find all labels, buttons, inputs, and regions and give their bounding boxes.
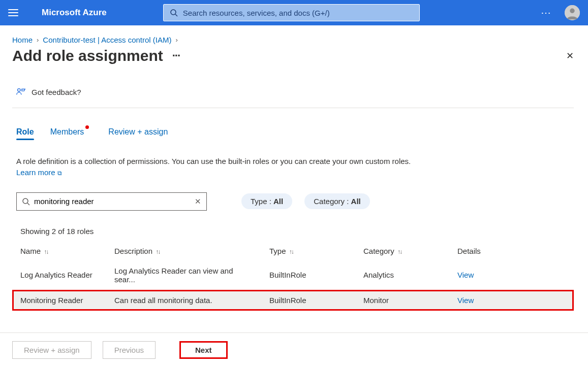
- close-button[interactable]: ✕: [564, 48, 576, 63]
- clear-search-icon[interactable]: ✕: [195, 197, 201, 206]
- attention-dot-icon: [85, 125, 89, 129]
- filter-category-value: All: [351, 197, 361, 206]
- feedback-link[interactable]: Got feedback?: [12, 81, 574, 108]
- header-more-button[interactable]: ⋯: [541, 7, 551, 19]
- cell-name: Monitoring Reader: [12, 290, 106, 311]
- user-avatar[interactable]: [565, 5, 580, 20]
- svg-point-4: [18, 89, 21, 92]
- result-count: Showing 2 of 18 roles: [20, 227, 566, 236]
- cell-desc: Can read all monitoring data.: [106, 290, 261, 311]
- table-row[interactable]: Log Analytics ReaderLog Analytics Reader…: [12, 260, 574, 290]
- cell-details: View: [449, 290, 574, 311]
- col-category-header[interactable]: Category ↑↓: [355, 242, 449, 260]
- tab-review-assign[interactable]: Review + assign: [108, 127, 168, 140]
- tab-members-label: Members: [50, 127, 84, 136]
- role-search-input[interactable]: [34, 197, 191, 206]
- cell-category: Analytics: [355, 260, 449, 290]
- cell-category: Monitor: [355, 290, 449, 311]
- tab-role-label: Role: [16, 127, 34, 136]
- tab-review-label: Review + assign: [108, 127, 168, 136]
- svg-point-0: [171, 10, 176, 15]
- role-description-text: A role definition is a collection of per…: [16, 156, 413, 178]
- feedback-icon: [15, 86, 26, 97]
- breadcrumb: Home › Contributor-test | Access control…: [0, 25, 588, 44]
- feedback-label: Got feedback?: [32, 88, 81, 96]
- filter-type-label: Type :: [251, 197, 273, 206]
- breadcrumb-path[interactable]: Contributor-test | Access control (IAM): [43, 36, 171, 44]
- svg-line-6: [27, 203, 29, 205]
- cell-type: BuiltInRole: [261, 290, 355, 311]
- sort-icon: ↑↓: [397, 248, 401, 255]
- col-desc-header[interactable]: Description ↑↓: [106, 242, 261, 260]
- filter-row: ✕ Type : All Category : All: [16, 192, 570, 211]
- main-content: Got feedback? Role Members Review + assi…: [12, 81, 583, 329]
- tab-members[interactable]: Members: [50, 127, 84, 140]
- view-link[interactable]: View: [457, 296, 474, 305]
- table-row[interactable]: Monitoring ReaderCan read all monitoring…: [12, 290, 574, 311]
- footer-bar: Review + assign Previous Next: [0, 332, 588, 367]
- global-search-input[interactable]: [183, 9, 413, 17]
- tab-role[interactable]: Role: [16, 127, 34, 140]
- cell-type: BuiltInRole: [261, 260, 355, 290]
- brand-label: Microsoft Azure: [42, 8, 107, 18]
- hamburger-menu-icon[interactable]: [8, 8, 18, 18]
- view-link[interactable]: View: [457, 271, 474, 279]
- chevron-right-icon: ›: [37, 36, 39, 44]
- global-search[interactable]: [163, 4, 420, 21]
- svg-point-5: [23, 198, 28, 204]
- filter-type-pill[interactable]: Type : All: [241, 193, 292, 209]
- sort-icon: ↑↓: [289, 248, 293, 255]
- tabs: Role Members Review + assign: [16, 127, 570, 140]
- col-details-header: Details: [449, 242, 574, 260]
- external-link-icon: ⧉: [57, 170, 62, 177]
- filter-category-pill[interactable]: Category : All: [304, 193, 370, 209]
- chevron-right-icon: ›: [176, 36, 178, 44]
- col-type-header[interactable]: Type ↑↓: [261, 242, 355, 260]
- sort-icon: ↑↓: [44, 248, 48, 255]
- role-desc-body: A role definition is a collection of per…: [16, 157, 411, 165]
- search-icon: [22, 197, 30, 206]
- svg-point-3: [570, 9, 574, 13]
- learn-more-link[interactable]: Learn more ⧉: [16, 168, 62, 177]
- breadcrumb-home[interactable]: Home: [12, 36, 33, 44]
- filter-type-value: All: [273, 197, 283, 206]
- search-icon: [170, 9, 178, 17]
- page-title: Add role assignment: [12, 47, 163, 64]
- cell-name: Log Analytics Reader: [12, 260, 106, 290]
- global-header: Microsoft Azure ⋯: [0, 0, 588, 25]
- divider: [12, 108, 574, 108]
- cell-desc: Log Analytics Reader can view and sear..…: [106, 260, 261, 290]
- col-name-header[interactable]: Name ↑↓: [12, 242, 106, 260]
- roles-table: Name ↑↓ Description ↑↓ Type ↑↓ Category …: [12, 242, 574, 311]
- previous-button[interactable]: Previous: [103, 341, 156, 359]
- sort-icon: ↑↓: [156, 248, 160, 255]
- filter-category-label: Category :: [314, 197, 351, 206]
- role-search-box[interactable]: ✕: [16, 192, 207, 211]
- page-title-row: Add role assignment ··· ✕: [0, 44, 588, 70]
- next-button[interactable]: Next: [179, 341, 228, 359]
- avatar-icon: [565, 5, 580, 20]
- cell-details: View: [449, 260, 574, 290]
- review-assign-button[interactable]: Review + assign: [12, 341, 91, 359]
- svg-line-1: [175, 14, 177, 16]
